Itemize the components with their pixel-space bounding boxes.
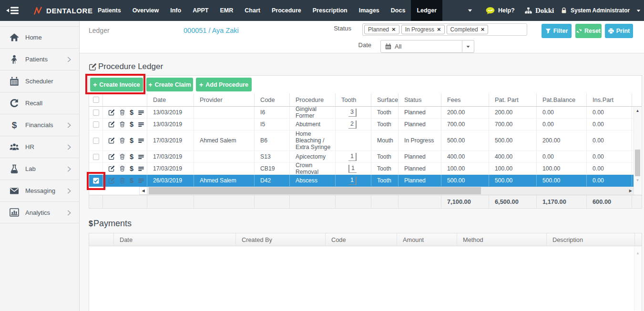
column-header-pat-part[interactable]: Pat. Part [489,93,537,106]
edit-icon[interactable] [108,153,115,160]
edit-icon[interactable] [108,109,115,116]
create-invoice-button[interactable]: +Create Invoice [90,78,143,91]
edit-icon[interactable] [108,165,115,172]
sidebar-item-patients[interactable]: Patients [0,48,79,70]
scroll-right-icon[interactable]: ▶ [629,187,632,195]
help-menu[interactable]: Help? [486,0,515,21]
nav-item-ledger[interactable]: Ledger [411,0,442,21]
column-header-status[interactable]: Status [399,93,441,106]
procedure-row[interactable]: $17/03/2019S13Apicectomy1ToothPlanned400… [89,151,634,163]
edit-icon[interactable] [108,137,115,144]
payment-icon[interactable]: $ [130,177,133,184]
add-procedure-button[interactable]: +Add Procedure [196,78,252,91]
nav-item-info[interactable]: Info [164,0,187,21]
vertical-scroll-thumb[interactable] [635,150,640,176]
print-button[interactable]: Print [605,24,633,38]
reset-button[interactable]: Reset [575,24,602,38]
delete-icon[interactable] [119,109,125,116]
scroll-left-icon[interactable]: ◀ [139,187,147,195]
sidebar-item-analytics[interactable]: Analytics [0,201,79,223]
payment-icon[interactable]: $ [130,121,133,128]
delete-icon[interactable] [119,177,125,184]
payments-column-header-description[interactable]: Description [546,233,634,246]
nav-item-chart[interactable]: Chart [239,0,266,21]
nav-item-emr[interactable]: EMR [215,0,239,21]
column-header-date[interactable]: Date [147,93,194,106]
date-select[interactable]: All [380,40,462,53]
nav-item-appt[interactable]: APPT [187,0,214,21]
payment-icon[interactable]: $ [130,153,133,161]
column-header-tooth[interactable]: Tooth [336,93,371,106]
column-header-procedure[interactable]: Procedure [290,93,336,106]
payments-column-header-date[interactable]: Date [113,233,235,246]
horizontal-scroll-thumb[interactable] [149,187,481,194]
payments-column-header-created-by[interactable]: Created By [235,233,325,246]
filter-button[interactable]: Filter [542,24,572,38]
select-all-checkbox[interactable] [93,97,99,103]
remove-tag-icon[interactable]: × [392,27,396,32]
column-header-code[interactable]: Code [255,93,290,106]
vertical-scrollbar[interactable]: ▲ ▼ [634,107,641,195]
details-icon[interactable] [138,178,144,184]
dokki-brand[interactable]: Dokki [525,0,554,21]
details-icon[interactable] [138,154,144,160]
details-icon[interactable] [138,110,144,116]
edit-icon[interactable] [108,177,115,184]
payments-column-header-method[interactable]: Method [457,233,546,246]
row-checkbox[interactable] [93,178,99,184]
payments-vertical-scrollbar[interactable]: ▲ [634,246,641,311]
procedure-row[interactable]: $26/03/2019Ahmed SalemD42Abscess1ToothPl… [89,175,634,187]
sidebar-item-recall[interactable]: Recall [0,92,79,114]
row-checkbox[interactable] [93,121,99,128]
nav-item-procedure[interactable]: Procedure [266,0,307,21]
delete-icon[interactable] [119,137,125,144]
remove-tag-icon[interactable]: × [437,27,441,32]
navbar-more-dropdown[interactable] [460,0,480,21]
payment-icon[interactable]: $ [130,109,133,116]
payments-column-header-amount[interactable]: Amount [397,233,457,246]
sidebar-item-hr[interactable]: HR [0,136,79,158]
payment-icon[interactable]: $ [130,165,133,172]
nav-item-patients[interactable]: Patients [92,0,127,21]
row-checkbox[interactable] [93,154,99,160]
nav-item-images[interactable]: Images [353,0,385,21]
user-menu[interactable]: System Administrator [561,0,641,21]
sidebar-item-home[interactable]: Home [0,26,79,48]
column-header-pat-balance[interactable]: Pat.Balance [537,93,587,106]
sidebar-toggle-icon[interactable] [6,6,20,15]
scroll-up-icon[interactable]: ▲ [634,109,641,113]
procedure-row[interactable]: $17/03/2019Ahmed SalemB6Home Bleaching /… [89,130,634,151]
brand[interactable]: DENTALORE [33,0,93,21]
create-claim-button[interactable]: +Create Claim [146,78,193,91]
delete-icon[interactable] [119,153,125,160]
delete-icon[interactable] [119,165,125,172]
status-tags-box[interactable]: Planned×In Progress×Completed× [362,23,527,36]
nav-item-overview[interactable]: Overview [127,0,165,21]
payment-icon[interactable]: $ [130,137,133,144]
details-icon[interactable] [138,121,144,128]
row-checkbox[interactable] [93,110,99,116]
column-header-provider[interactable]: Provider [194,93,255,106]
procedure-row[interactable]: $13/03/2019I6Gingival Former3ToothPlanne… [89,107,634,119]
row-checkbox[interactable] [93,138,99,144]
payments-column-header-code[interactable]: Code [325,233,397,246]
scroll-down-icon[interactable]: ▼ [634,178,641,182]
column-header-surface[interactable]: Surface [371,93,399,106]
horizontal-scrollbar[interactable]: ◀ ▶ [139,187,634,195]
sidebar-item-lab[interactable]: Lab [0,158,79,180]
patient-link[interactable]: 000051 / Aya Zaki [184,27,239,34]
procedure-row[interactable]: $17/03/2019CB19Crown Removal1ToothPlanne… [89,163,634,175]
sidebar-item-messaging[interactable]: Messaging [0,180,79,201]
sidebar-item-financials[interactable]: $Financials [0,114,79,136]
procedure-row[interactable]: $13/03/2019I5Abutment2ToothPlanned700.00… [89,119,634,130]
sidebar-item-scheduler[interactable]: Scheduler [0,70,79,92]
column-header-fees[interactable]: Fees [441,93,489,106]
details-icon[interactable] [138,138,144,144]
nav-item-prescription[interactable]: Prescription [307,0,353,21]
edit-icon[interactable] [108,121,115,128]
details-icon[interactable] [138,166,144,172]
nav-item-docs[interactable]: Docs [385,0,411,21]
delete-icon[interactable] [119,121,125,128]
remove-tag-icon[interactable]: × [481,27,485,32]
date-dropdown-button[interactable] [462,40,474,53]
